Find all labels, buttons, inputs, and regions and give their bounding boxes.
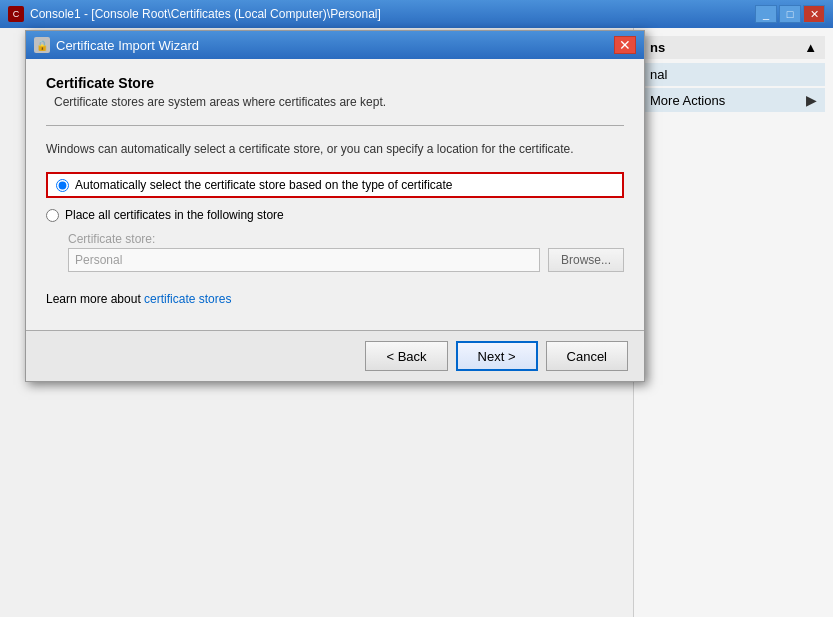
wizard-header: Certificate Store Certificate stores are… xyxy=(46,75,624,109)
wizard-section-title: Certificate Store xyxy=(46,75,624,91)
cert-store-group: Certificate store: Browse... xyxy=(68,232,624,272)
auto-select-radio[interactable] xyxy=(56,179,69,192)
learn-more-text: Learn more about xyxy=(46,292,144,306)
wizard-body-description: Windows can automatically select a certi… xyxy=(46,142,624,156)
manual-select-radio-label[interactable]: Place all certificates in the following … xyxy=(65,208,284,222)
bg-restore-btn[interactable]: □ xyxy=(779,5,801,23)
cancel-button[interactable]: Cancel xyxy=(546,341,628,371)
bg-panel-item-1: nal xyxy=(642,63,825,86)
cert-store-input-row: Browse... xyxy=(68,248,624,272)
bg-more-actions-arrow: ▶ xyxy=(806,92,817,108)
manual-select-radio-option[interactable]: Place all certificates in the following … xyxy=(46,208,624,222)
bg-panel-up-arrow: ▲ xyxy=(804,40,817,55)
bg-close-btn[interactable]: ✕ xyxy=(803,5,825,23)
bg-app-icon: C xyxy=(8,6,24,22)
header-divider xyxy=(46,125,624,126)
bg-titlebar: C Console1 - [Console Root\Certificates … xyxy=(0,0,833,28)
bg-window-title: Console1 - [Console Root\Certificates (L… xyxy=(30,7,755,21)
auto-select-radio-label[interactable]: Automatically select the certificate sto… xyxy=(75,178,453,192)
wizard-body: Windows can automatically select a certi… xyxy=(46,134,624,314)
dialog-title: Certificate Import Wizard xyxy=(56,38,614,53)
bg-panel-header-label: ns xyxy=(650,40,665,55)
bg-panel-item-2[interactable]: More Actions ▶ xyxy=(642,88,825,112)
dialog-titlebar: 🔒 Certificate Import Wizard ✕ xyxy=(26,31,644,59)
dialog-close-button[interactable]: ✕ xyxy=(614,36,636,54)
manual-select-radio[interactable] xyxy=(46,209,59,222)
learn-more-section: Learn more about certificate stores xyxy=(46,292,624,306)
bg-window-controls: _ □ ✕ xyxy=(755,5,825,23)
next-button[interactable]: Next > xyxy=(456,341,538,371)
cert-store-input[interactable] xyxy=(68,248,540,272)
bg-more-actions-label: More Actions xyxy=(650,93,725,108)
back-button[interactable]: < Back xyxy=(365,341,447,371)
certificate-import-wizard-dialog: 🔒 Certificate Import Wizard ✕ Certificat… xyxy=(25,30,645,382)
bg-right-panel: ns ▲ nal More Actions ▶ xyxy=(633,28,833,617)
wizard-section-description: Certificate stores are system areas wher… xyxy=(46,95,624,109)
dialog-content: Certificate Store Certificate stores are… xyxy=(26,59,644,330)
dialog-footer: < Back Next > Cancel xyxy=(26,330,644,381)
cert-store-label: Certificate store: xyxy=(68,232,624,246)
bg-minimize-btn[interactable]: _ xyxy=(755,5,777,23)
auto-select-radio-option[interactable]: Automatically select the certificate sto… xyxy=(46,172,624,198)
bg-panel-header: ns ▲ xyxy=(642,36,825,59)
browse-button[interactable]: Browse... xyxy=(548,248,624,272)
bg-panel-item1-label: nal xyxy=(650,67,667,82)
certificate-stores-link[interactable]: certificate stores xyxy=(144,292,231,306)
dialog-icon: 🔒 xyxy=(34,37,50,53)
